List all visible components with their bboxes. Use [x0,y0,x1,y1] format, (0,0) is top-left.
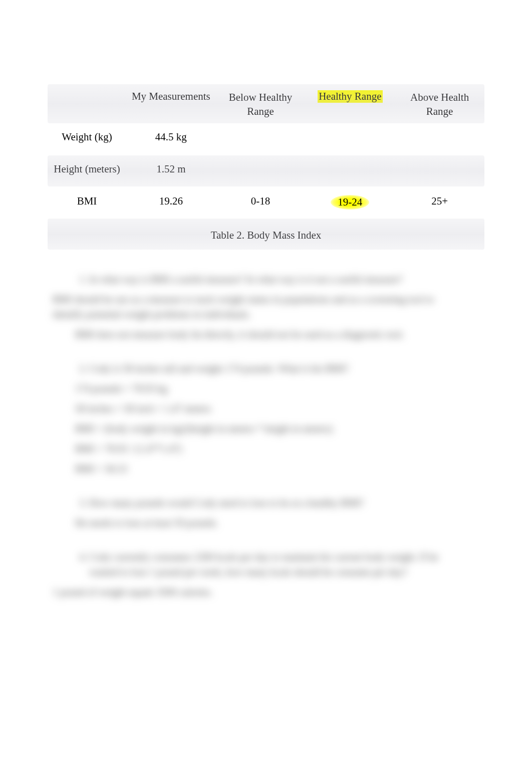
cell-below [216,157,306,189]
header-healthy-range: Healthy Range [305,84,395,125]
highlight: 19-24 [331,195,369,210]
table-row: Height (meters) 1.52 m [48,157,484,189]
cell-above: 25+ [395,189,484,221]
answer-text: 1 pound of weight equals 3500 calories. [53,584,457,600]
question-text: Cody is 58 inches tall and weighs 174 po… [89,361,457,376]
question-text: In what way is BMI a useful measure? In … [89,272,457,287]
question-block: Cody currently consumes 2300 kcals per d… [75,549,457,600]
header-below-healthy: Below Healthy Range [216,84,306,125]
cell-my: 1.52 m [126,157,216,189]
table-row: Weight (kg) 44.5 kg [48,125,484,157]
calc-line: BMI = 78.93 / (1.47*1.47) [75,441,457,456]
answer-text: BMI should be use as a measure to track … [53,292,457,322]
cell-healthy [305,157,395,189]
question-block: Cody is 58 inches tall and weighs 174 po… [75,361,457,476]
header-blank [48,84,126,125]
bmi-table: My Measurements Below Healthy Range Heal… [48,84,484,221]
cell-my: 44.5 kg [126,125,216,157]
blurred-region: In what way is BMI a useful measure? In … [48,272,484,600]
cell-above [395,157,484,189]
row-label: Height (meters) [48,157,126,189]
cell-my: 19.26 [126,189,216,221]
cell-healthy: 19-24 [305,189,395,221]
table-caption: Table 2. Body Mass Index [48,229,484,242]
header-above-healthy: Above Health Range [395,84,484,125]
row-label: BMI [48,189,126,221]
question-block: How many pounds would Cody need to lose … [75,495,457,530]
calc-line: 174 pounds = 78.93 kg [75,381,457,396]
table-header-row: My Measurements Below Healthy Range Heal… [48,84,484,125]
cell-healthy [305,125,395,157]
answer-text: BMI does not measure body fat directly, … [75,327,457,342]
cell-below: 0-18 [216,189,306,221]
calc-line: BMI = 36.53 [75,461,457,476]
cell-below [216,125,306,157]
question-text: How many pounds would Cody need to lose … [89,495,457,510]
highlight: Healthy Range [318,90,382,103]
question-text: Cody currently consumes 2300 kcals per d… [89,549,457,579]
calc-line: 58 inches = 58 inch = 1.47 meters [75,401,457,416]
header-my-measurements: My Measurements [126,84,216,125]
question-block: In what way is BMI a useful measure? In … [75,272,457,342]
answer-text: He needs to lose at least 59 pounds. [75,515,457,530]
document-page: My Measurements Below Healthy Range Heal… [0,0,532,600]
row-label: Weight (kg) [48,125,126,157]
bmi-table-wrapper: My Measurements Below Healthy Range Heal… [48,84,484,221]
table-row: BMI 19.26 0-18 19-24 25+ [48,189,484,221]
calc-line: BMI = (body weight in kg)/(height in met… [75,421,457,436]
cell-above [395,125,484,157]
